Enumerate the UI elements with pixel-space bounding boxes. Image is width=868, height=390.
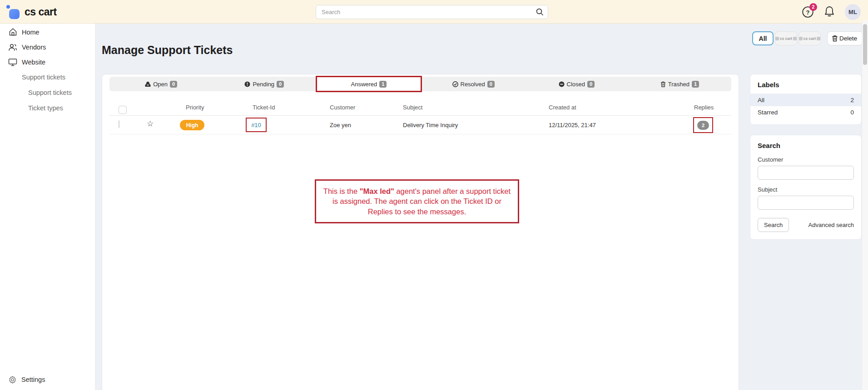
sidebar-item-settings[interactable]: Settings — [0, 373, 95, 386]
trashed-trash-icon — [660, 81, 666, 87]
avatar[interactable]: ML — [845, 4, 861, 20]
sidebar-item-support-tickets[interactable]: Support tickets — [0, 86, 95, 99]
tab-trashed[interactable]: Trashed 1 — [628, 77, 731, 91]
tab-count-badge: 1 — [692, 81, 699, 88]
storefront-vendor-button-2[interactable]: cs cart — [799, 31, 821, 45]
label-count: 0 — [850, 109, 854, 116]
tab-count-badge: 1 — [379, 81, 387, 88]
logo-text: cs cart — [25, 6, 57, 18]
annotation-box-ticket-id: #10 — [246, 118, 267, 132]
gear-icon — [8, 375, 17, 384]
delete-button[interactable]: Delete — [827, 31, 863, 45]
svg-text:?: ? — [806, 9, 810, 15]
col-created-at: Created at — [549, 104, 576, 111]
topbar: cs cart ? 2 ML — [0, 0, 868, 24]
vendors-icon — [8, 43, 17, 51]
tab-resolved[interactable]: Resolved 0 — [422, 77, 525, 91]
table-header: Priority Ticket-Id Customer Subject Crea… — [109, 101, 731, 116]
scrollbar-thumb[interactable] — [863, 24, 867, 65]
page-title: Manage Support Tickets — [102, 44, 233, 57]
sidebar: Home Vendors Website Support tickets Sup… — [0, 24, 95, 390]
tab-count-badge: 0 — [277, 81, 284, 88]
vendor-badge-icon — [793, 37, 797, 40]
tab-pending[interactable]: Pending 0 — [213, 77, 316, 91]
help-icon[interactable]: ? 2 — [802, 6, 814, 18]
customer-field-label: Customer — [750, 154, 861, 166]
star-icon[interactable]: ☆ — [147, 119, 154, 128]
row-checkbox[interactable] — [119, 120, 119, 128]
select-all-checkbox[interactable] — [119, 106, 127, 114]
col-priority: Priority — [186, 104, 204, 111]
col-customer: Customer — [330, 104, 355, 111]
labels-panel: Labels All 2 Starred 0 — [750, 74, 862, 125]
tab-count-badge: 0 — [587, 81, 595, 88]
tab-closed[interactable]: Closed 0 — [525, 77, 628, 91]
tab-count-badge: 0 — [170, 81, 177, 88]
label-row-starred[interactable]: Starred 0 — [750, 106, 861, 118]
subject-field[interactable] — [758, 196, 854, 210]
col-replies: Replies — [694, 104, 714, 111]
col-ticket-id: Ticket-Id — [253, 104, 275, 111]
customer-field[interactable] — [758, 166, 854, 180]
ticket-id-link[interactable]: #10 — [251, 122, 261, 128]
label-row-all[interactable]: All 2 — [750, 94, 861, 106]
vendor-badge-icon — [775, 37, 779, 40]
vendor-badge-icon — [817, 37, 820, 40]
search-panel: Search Customer Subject Search Advanced … — [750, 135, 862, 240]
label-count: 2 — [850, 97, 854, 104]
search-button[interactable]: Search — [758, 218, 789, 232]
subject-field-label: Subject — [750, 180, 861, 196]
resolved-check-icon — [452, 81, 458, 87]
help-badge: 2 — [809, 3, 817, 11]
global-search — [316, 5, 548, 19]
status-tabs: Open 0 Pending 0 Answered 1 Resolved 0 C… — [109, 77, 731, 91]
col-subject: Subject — [403, 104, 422, 111]
replies-badge[interactable]: 2 — [697, 121, 709, 130]
open-inbox-icon — [145, 81, 151, 87]
table-row: ☆ High #10 Zoe yen Delivery Time Inquiry… — [109, 116, 731, 134]
labels-title: Labels — [750, 74, 861, 94]
annotation-note: This is the "Max led" agent's panel afte… — [315, 179, 519, 223]
tab-answered[interactable]: Answered 1 — [316, 76, 422, 92]
tab-open[interactable]: Open 0 — [109, 77, 213, 91]
pending-icon — [244, 81, 250, 87]
closed-minus-icon — [559, 81, 565, 87]
notifications-bell-icon[interactable] — [824, 6, 835, 18]
sidebar-item-support-tickets-group[interactable]: Support tickets — [0, 70, 95, 84]
search-panel-title: Search — [750, 135, 861, 154]
storefront-vendor-button-1[interactable]: cs cart — [775, 31, 797, 45]
search-input[interactable] — [316, 5, 548, 19]
search-icon[interactable] — [536, 8, 544, 16]
customer-cell: Zoe yen — [330, 122, 351, 128]
subject-cell: Delivery Time Inquiry — [403, 122, 458, 128]
trash-icon — [832, 35, 838, 42]
sidebar-item-website[interactable]: Website — [0, 55, 95, 69]
sidebar-item-home[interactable]: Home — [0, 25, 95, 39]
sidebar-item-vendors[interactable]: Vendors — [0, 40, 95, 54]
website-icon — [8, 58, 17, 66]
tab-count-badge: 0 — [487, 81, 495, 88]
cscart-logo[interactable]: cs cart — [7, 5, 57, 19]
page-scrollbar — [862, 20, 868, 390]
tickets-card: Open 0 Pending 0 Answered 1 Resolved 0 C… — [102, 74, 739, 390]
storefront-actions: All cs cart cs cart Delete — [752, 31, 863, 45]
annotation-box-replies: 2 — [693, 117, 713, 133]
home-icon — [8, 28, 17, 36]
sidebar-item-ticket-types[interactable]: Ticket types — [0, 101, 95, 114]
advanced-search-link[interactable]: Advanced search — [808, 222, 854, 228]
cscart-logo-icon — [7, 7, 19, 19]
vendor-badge-icon — [799, 37, 803, 40]
priority-badge: High — [180, 120, 204, 130]
storefront-all-button[interactable]: All — [752, 31, 774, 45]
created-at-cell: 12/11/2025, 21:47 — [549, 122, 596, 128]
